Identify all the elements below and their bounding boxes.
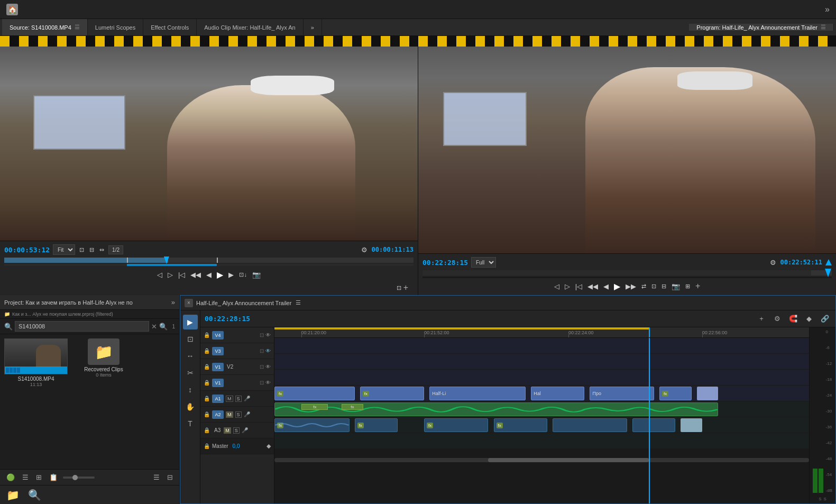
tl-marker-btn[interactable]: ◆ bbox=[803, 313, 815, 325]
tab-overflow-left[interactable]: » bbox=[304, 19, 322, 35]
source-play-btn[interactable]: ▶ bbox=[216, 269, 224, 281]
track-a3-m-btn[interactable]: M bbox=[224, 427, 231, 434]
project-search-btn[interactable]: 🔍 bbox=[26, 488, 43, 502]
lock-master-icon[interactable]: 🔒 bbox=[204, 443, 210, 449]
track-a3-mic-icon[interactable]: 🎤 bbox=[242, 427, 248, 433]
track-vis-a2-btn[interactable]: A2 bbox=[212, 410, 224, 419]
track-vis-v2-btn[interactable]: V1 bbox=[212, 363, 224, 371]
track-v4-eye-icon[interactable]: 👁 bbox=[265, 332, 271, 338]
search-clear-btn[interactable]: ✕ bbox=[151, 323, 157, 331]
track-v3-eye-icon[interactable]: 👁 bbox=[265, 348, 271, 354]
source-timecode[interactable]: 00:00:53:12 bbox=[4, 246, 50, 254]
track-v4-sync-icon[interactable]: ⊡ bbox=[260, 332, 264, 338]
project-size-btn[interactable]: ⊟ bbox=[165, 472, 175, 482]
project-new-item-btn[interactable]: 🟢 bbox=[4, 472, 17, 482]
audio-clip-a2-1[interactable]: fx bbox=[274, 418, 350, 432]
audio-clip-a2-5[interactable] bbox=[553, 418, 628, 432]
audio-clip-a2-6[interactable] bbox=[632, 418, 675, 432]
program-play-btn[interactable]: ▶ bbox=[613, 280, 621, 292]
track-v1-sync-icon[interactable]: ⊡ bbox=[260, 380, 264, 386]
home-button[interactable]: 🏠 bbox=[6, 4, 18, 15]
program-loop-btn[interactable]: ⇄ bbox=[640, 282, 647, 291]
tl-timeline-settings-btn[interactable]: ⚙ bbox=[771, 313, 784, 325]
project-list-view-btn[interactable]: ☰ bbox=[20, 472, 31, 482]
tool-selection-btn[interactable]: ▶ bbox=[183, 315, 198, 329]
track-a2-m-btn[interactable]: M bbox=[226, 411, 233, 418]
audio-clip-a1-main[interactable]: fx fx bbox=[274, 402, 718, 416]
folder-item-recovered[interactable]: 📁 Recovered Clips 0 Items bbox=[72, 338, 135, 465]
program-overwrite-btn[interactable]: ⊟ bbox=[660, 282, 667, 291]
track-a2-mic-icon[interactable]: 🎤 bbox=[244, 411, 250, 417]
track-v2-eye-icon[interactable]: 👁 bbox=[265, 364, 271, 370]
video-clip-6[interactable]: fx bbox=[659, 387, 692, 400]
source-drag-video-btn[interactable]: ⊡ bbox=[396, 283, 402, 292]
tl-add-track-btn[interactable]: + bbox=[755, 313, 768, 325]
track-vis-v3-btn[interactable]: V3 bbox=[212, 347, 224, 355]
source-frame-step-out-btn[interactable]: ⊡ bbox=[78, 245, 85, 254]
audio-clip-a2-3[interactable]: fx bbox=[424, 418, 488, 432]
tl-link-btn[interactable]: 🔗 bbox=[819, 313, 831, 325]
tool-slip-btn[interactable]: ↕ bbox=[183, 382, 198, 397]
tool-hand-btn[interactable]: ✋ bbox=[183, 399, 198, 414]
timeline-ruler[interactable]: 00:21:20:00 00:21:52:00 00:22:24:00 00:2… bbox=[274, 327, 809, 338]
program-zoom-select[interactable]: Full bbox=[471, 257, 496, 268]
tool-ripple-btn[interactable]: ↔ bbox=[183, 349, 198, 363]
project-zoom-slider[interactable] bbox=[63, 476, 95, 479]
tab-source-menu-icon[interactable]: ☰ bbox=[75, 24, 80, 31]
program-mark-in-btn[interactable]: ◁ bbox=[553, 281, 561, 291]
video-clip-4[interactable]: Hal bbox=[531, 387, 584, 400]
timeline-close-btn[interactable]: × bbox=[185, 299, 193, 307]
project-new-folder-btn[interactable]: 📁 bbox=[4, 488, 22, 502]
source-step-fwd-btn[interactable]: ▶ bbox=[227, 270, 235, 280]
track-vis-v4-btn[interactable]: V4 bbox=[212, 331, 224, 340]
lock-a2-icon[interactable]: 🔒 bbox=[204, 411, 210, 417]
source-camera-btn[interactable]: 📷 bbox=[251, 270, 262, 280]
tab-program[interactable]: Program: Half-Life_ Alyx Announcement Tr… bbox=[689, 24, 834, 31]
tab-program-menu-icon[interactable]: ☰ bbox=[821, 24, 826, 31]
track-v3-sync-icon[interactable]: ⊡ bbox=[260, 348, 264, 354]
track-a1-s-btn[interactable]: S bbox=[235, 396, 242, 402]
lock-v3-icon[interactable]: 🔒 bbox=[204, 348, 210, 354]
tool-track-select-btn[interactable]: ⊡ bbox=[183, 332, 198, 346]
source-settings-btn[interactable]: ⚙ bbox=[360, 245, 369, 255]
source-mark-out-btn[interactable]: ▷ bbox=[167, 270, 174, 280]
program-step-back-btn[interactable]: ◀◀ bbox=[586, 281, 599, 291]
program-mark-out-btn[interactable]: ▷ bbox=[564, 281, 571, 291]
tab-source[interactable]: Source: S1410008.MP4 ☰ bbox=[2, 19, 88, 35]
source-trim-btn[interactable]: ⊟ bbox=[88, 245, 95, 254]
source-step-back-1-btn[interactable]: ◀ bbox=[205, 270, 213, 280]
program-mark-clip-btn[interactable]: |◁ bbox=[574, 281, 583, 291]
track-a3-s-btn[interactable]: S bbox=[233, 427, 240, 434]
video-clip-1[interactable]: fx bbox=[274, 387, 355, 400]
program-camera-btn[interactable]: 📷 bbox=[670, 281, 681, 291]
track-vis-a1-btn[interactable]: A1 bbox=[212, 395, 224, 403]
tool-razor-btn[interactable]: ✂ bbox=[183, 365, 198, 380]
source-zoom-select[interactable]: Fit bbox=[53, 244, 75, 255]
track-a2-s-btn[interactable]: S bbox=[235, 411, 242, 418]
tab-audio-mixer[interactable]: Audio Clip Mixer: Half-Life_ Alyx An bbox=[197, 19, 303, 35]
tool-text-btn[interactable]: T bbox=[183, 416, 198, 431]
program-settings-btn[interactable]: ⚙ bbox=[769, 258, 777, 268]
source-scrub-bar[interactable] bbox=[4, 258, 414, 263]
tab-lumetri[interactable]: Lumetri Scopes bbox=[88, 19, 143, 35]
project-icon-view-btn[interactable]: ⊞ bbox=[34, 472, 44, 482]
track-vis-v1-btn[interactable]: V1 bbox=[212, 379, 224, 387]
video-clip-3[interactable]: Half-Li bbox=[429, 387, 526, 400]
project-sort-btn[interactable]: ☰ bbox=[151, 472, 162, 482]
track-a1-mic-icon[interactable]: 🎤 bbox=[244, 396, 250, 401]
lock-v2-icon[interactable]: 🔒 bbox=[204, 364, 210, 370]
program-step-fwd-btn[interactable]: ▶▶ bbox=[624, 281, 637, 291]
video-clip-2[interactable]: fx bbox=[360, 387, 424, 400]
video-clip-7[interactable] bbox=[697, 387, 718, 400]
lock-v1-icon[interactable]: 🔒 bbox=[204, 380, 210, 386]
master-scrollbar[interactable] bbox=[274, 458, 809, 462]
program-scrub-bar[interactable] bbox=[422, 270, 832, 276]
source-add-btn[interactable]: + bbox=[402, 282, 409, 294]
lock-a1-icon[interactable]: 🔒 bbox=[204, 396, 210, 401]
expand-panels-icon[interactable]: » bbox=[825, 5, 830, 14]
lock-v4-icon[interactable]: 🔒 bbox=[204, 332, 210, 338]
audio-clip-a2-4[interactable]: fx bbox=[494, 418, 547, 432]
tl-snap-btn[interactable]: 🧲 bbox=[787, 313, 800, 325]
program-timecode[interactable]: 00:22:28:15 bbox=[422, 259, 468, 267]
tab-effect-controls[interactable]: Effect Controls bbox=[143, 19, 197, 35]
